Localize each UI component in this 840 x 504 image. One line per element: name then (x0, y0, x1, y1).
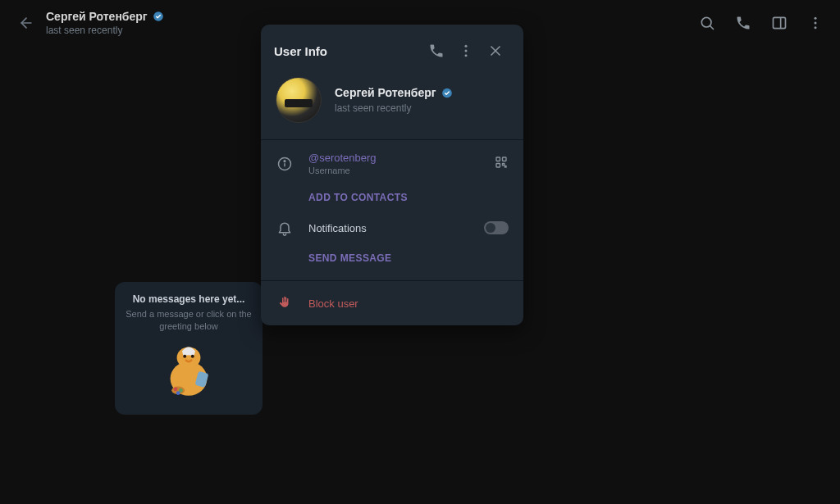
back-button[interactable] (10, 7, 43, 39)
sidepanel-button[interactable] (765, 8, 794, 38)
phone-icon (428, 43, 445, 59)
info-section: @serotenberg Username ADD TO CONTACTS No… (261, 140, 523, 281)
sidepanel-icon (771, 15, 788, 31)
svg-point-19 (465, 50, 468, 52)
svg-point-12 (191, 354, 194, 357)
avatar[interactable] (276, 77, 322, 123)
username-row[interactable]: @serotenberg Username (261, 143, 523, 184)
profile-name: Сергей Ротенберг (335, 86, 436, 99)
info-icon (276, 156, 294, 172)
username-label: Username (308, 166, 479, 175)
svg-line-3 (710, 26, 714, 30)
close-icon (487, 43, 504, 59)
svg-point-11 (183, 354, 186, 357)
empty-subtitle: Send a message or click on the greeting … (125, 308, 253, 333)
svg-rect-28 (503, 157, 507, 161)
empty-title: No messages here yet... (125, 293, 253, 305)
qr-button[interactable] (494, 155, 509, 173)
bell-icon (276, 220, 294, 236)
profile-section: Сергей Ротенберг last seen recently (261, 70, 523, 140)
greeting-sticker[interactable] (156, 339, 221, 405)
svg-point-17 (176, 391, 180, 395)
svg-rect-27 (496, 157, 500, 161)
verified-badge-icon (153, 11, 164, 22)
modal-header: User Info (261, 25, 523, 70)
notifications-label: Notifications (308, 222, 469, 234)
block-user-button[interactable]: Block user (261, 286, 523, 320)
svg-point-7 (815, 22, 817, 25)
qr-icon (494, 155, 509, 170)
notifications-toggle[interactable] (484, 221, 509, 234)
svg-rect-4 (774, 17, 786, 28)
modal-close-button[interactable] (481, 36, 510, 66)
call-button[interactable] (728, 8, 758, 38)
empty-chat-card: No messages here yet... Send a message o… (115, 282, 262, 415)
svg-point-20 (465, 54, 468, 57)
block-label: Block user (308, 297, 358, 310)
svg-point-15 (174, 387, 178, 391)
svg-point-6 (815, 17, 817, 20)
modal-title: User Info (274, 44, 422, 58)
add-to-contacts-button[interactable]: ADD TO CONTACTS (261, 184, 523, 211)
svg-point-8 (815, 26, 817, 29)
more-vertical-icon (807, 15, 824, 31)
username-value: @serotenberg (308, 152, 479, 164)
profile-status: last seen recently (335, 102, 453, 114)
send-message-button[interactable]: SEND MESSAGE (261, 244, 523, 272)
modal-more-button[interactable] (451, 36, 481, 66)
svg-rect-30 (503, 163, 504, 165)
svg-rect-29 (496, 163, 500, 167)
more-vertical-icon (458, 43, 474, 59)
hand-icon (276, 296, 294, 311)
modal-call-button[interactable] (422, 36, 451, 66)
user-info-modal: User Info Сергей Ротенберг last seen rec… (261, 25, 523, 325)
block-section: Block user (261, 281, 523, 325)
svg-rect-31 (505, 166, 507, 167)
header-actions (692, 8, 830, 38)
verified-badge-icon (441, 87, 453, 98)
chat-title: Сергей Ротенберг (46, 10, 148, 23)
svg-point-18 (465, 45, 468, 48)
notifications-row[interactable]: Notifications (261, 211, 523, 244)
phone-icon (735, 15, 751, 31)
more-button[interactable] (801, 8, 830, 38)
search-button[interactable] (692, 8, 722, 38)
arrow-left-icon (18, 15, 34, 31)
svg-point-26 (284, 160, 285, 161)
search-icon (699, 15, 715, 31)
